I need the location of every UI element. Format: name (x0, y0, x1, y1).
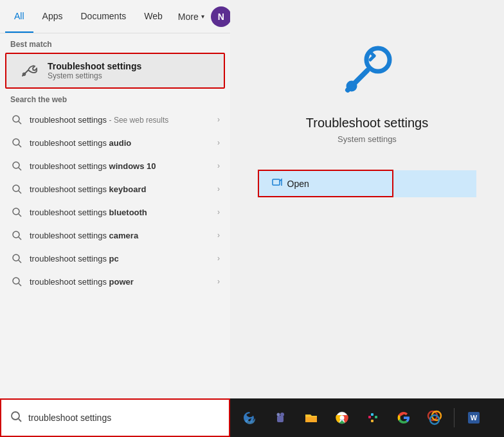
taskbar-teams-icon[interactable] (266, 404, 294, 432)
svg-rect-30 (371, 420, 374, 422)
open-btn-wrapper: Open (258, 170, 477, 197)
taskbar-divider (454, 408, 455, 427)
wrench-icon (17, 59, 40, 82)
chevron-down-icon: ▾ (201, 13, 204, 20)
list-item[interactable]: troubleshoot settings camera › (0, 224, 230, 247)
svg-text:W: W (471, 414, 478, 422)
web-results: Search the web troubleshoot settings - S… (0, 89, 230, 398)
search-web-label: Search the web (0, 89, 230, 108)
list-item[interactable]: troubleshoot settings bluetooth › (0, 201, 230, 224)
search-icon (10, 275, 23, 288)
tab-all[interactable]: All (5, 0, 33, 33)
search-icon (10, 159, 23, 172)
chevron-right-icon: › (217, 277, 220, 286)
right-panel: Troubleshoot settings System settings Op… (230, 0, 504, 398)
list-item[interactable]: troubleshoot settings keyboard › (0, 177, 230, 201)
svg-line-18 (19, 419, 21, 422)
tabs-bar: All Apps Documents Web More ▾ N ··· (0, 0, 230, 33)
open-button[interactable]: Open (258, 170, 393, 197)
list-item[interactable]: troubleshoot settings - See web results … (0, 108, 230, 131)
svg-rect-22 (277, 416, 284, 422)
svg-point-9 (13, 208, 19, 215)
chevron-right-icon: › (217, 138, 220, 147)
taskbar-word-icon[interactable]: W (460, 404, 488, 432)
search-bar-icon (10, 411, 22, 425)
svg-line-6 (19, 168, 21, 170)
svg-rect-27 (368, 416, 371, 418)
taskbar-explorer-icon[interactable] (297, 404, 325, 432)
tab-web[interactable]: Web (135, 0, 172, 33)
chevron-right-icon: › (217, 115, 220, 124)
search-popup: All Apps Documents Web More ▾ N ··· (0, 0, 230, 398)
taskbar-google-icon[interactable] (390, 404, 418, 432)
best-match-label: Best match (0, 33, 230, 53)
search-bar[interactable] (0, 398, 230, 437)
svg-point-26 (340, 416, 345, 420)
open-btn-extension (393, 170, 477, 197)
chevron-right-icon: › (217, 208, 220, 217)
panel-title: Troubleshoot settings (306, 116, 428, 130)
svg-line-12 (19, 237, 21, 240)
svg-point-23 (280, 413, 284, 416)
svg-point-13 (13, 254, 19, 261)
svg-line-10 (19, 214, 21, 217)
avatar[interactable]: N (211, 6, 231, 27)
search-icon (10, 113, 23, 126)
svg-point-11 (13, 231, 19, 238)
svg-line-2 (19, 121, 21, 124)
svg-rect-29 (375, 416, 377, 418)
search-icon (10, 206, 23, 219)
panel-subtitle: System settings (338, 134, 397, 144)
best-match-text: Troubleshoot settings System settings (48, 61, 141, 80)
search-icon (10, 136, 23, 149)
svg-point-24 (277, 413, 280, 416)
svg-point-5 (13, 162, 19, 168)
chevron-right-icon: › (217, 184, 220, 193)
svg-line-4 (19, 145, 21, 147)
best-match-item[interactable]: Troubleshoot settings System settings (5, 53, 225, 89)
list-item[interactable]: troubleshoot settings audio › (0, 131, 230, 154)
taskbar-chrome-icon[interactable] (328, 404, 356, 432)
svg-rect-21 (273, 179, 280, 185)
search-icon (10, 183, 23, 195)
svg-line-14 (19, 260, 21, 263)
list-item[interactable]: troubleshoot settings windows 10 › (0, 154, 230, 177)
svg-line-16 (19, 283, 21, 286)
search-input[interactable] (28, 413, 220, 423)
list-item[interactable]: troubleshoot settings power › (0, 270, 230, 293)
svg-point-17 (12, 412, 19, 420)
chevron-right-icon: › (217, 254, 220, 263)
taskbar-slack-icon[interactable] (359, 404, 387, 432)
svg-point-3 (13, 139, 19, 145)
panel-icon (335, 39, 399, 103)
svg-point-7 (13, 185, 19, 192)
tab-documents[interactable]: Documents (71, 0, 135, 33)
search-icon (10, 229, 23, 242)
svg-point-1 (13, 116, 19, 122)
list-item[interactable]: troubleshoot settings pc › (0, 247, 230, 270)
open-window-icon (272, 177, 282, 190)
taskbar-photos-icon[interactable] (420, 404, 449, 432)
chevron-right-icon: › (217, 231, 220, 240)
search-icon (10, 252, 23, 265)
svg-point-15 (13, 278, 19, 284)
taskbar: W (230, 398, 504, 437)
svg-line-8 (19, 191, 21, 193)
chevron-right-icon: › (217, 161, 220, 170)
taskbar-edge-icon[interactable] (235, 404, 264, 432)
tab-more[interactable]: More ▾ (172, 8, 211, 26)
tab-apps[interactable]: Apps (33, 0, 72, 33)
svg-rect-28 (371, 413, 374, 416)
